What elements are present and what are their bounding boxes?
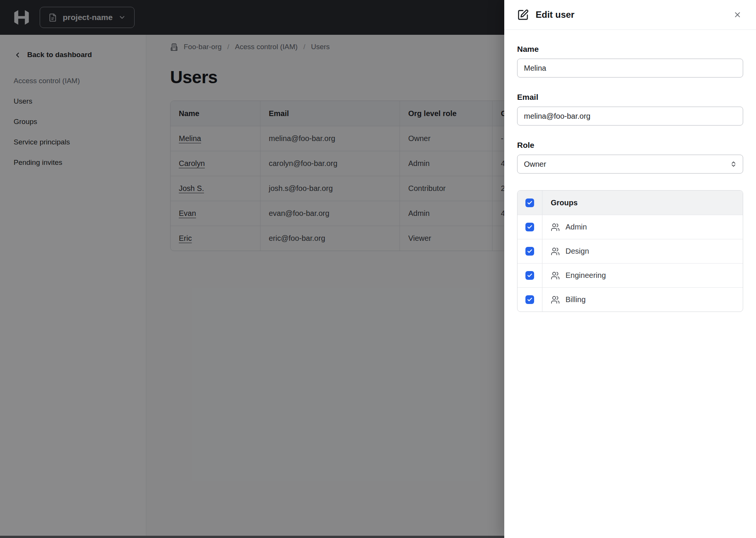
edit-user-drawer: Edit user Name Email Role Owner — [504, 0, 756, 538]
check-icon — [527, 297, 533, 302]
drawer-header: Edit user — [504, 0, 756, 30]
users-group-icon — [551, 223, 560, 232]
group-checkbox-cell — [517, 288, 542, 312]
group-checkbox[interactable] — [525, 295, 534, 304]
close-button[interactable] — [731, 8, 744, 21]
edit-pencil-icon — [517, 9, 529, 21]
groups-header-label: Groups — [551, 198, 578, 207]
users-group-icon — [551, 271, 560, 280]
check-icon — [527, 273, 533, 278]
group-checkbox[interactable] — [525, 271, 534, 280]
group-checkbox[interactable] — [525, 223, 534, 231]
group-row: Billing — [517, 287, 743, 312]
role-select[interactable]: Owner — [517, 155, 743, 174]
check-icon — [527, 248, 533, 254]
group-row: Design — [517, 239, 743, 263]
role-selected-value: Owner — [524, 160, 546, 169]
group-row: Engineering — [517, 263, 743, 287]
app-screen: project-name Back to dashboard Access co… — [0, 0, 756, 538]
group-checkbox[interactable] — [525, 247, 534, 256]
drawer-title: Edit user — [536, 9, 575, 20]
email-field[interactable] — [517, 107, 743, 126]
group-label: Billing — [565, 295, 586, 304]
select-all-checkbox[interactable] — [525, 198, 534, 207]
bottom-edge-bar — [0, 536, 504, 538]
role-field-group: Role Owner — [517, 141, 743, 174]
check-icon — [527, 200, 533, 206]
modal-scrim[interactable] — [0, 0, 504, 538]
name-field-group: Name — [517, 45, 743, 78]
groups-table: Groups Admin — [517, 190, 743, 312]
select-all-cell — [517, 191, 542, 215]
users-group-icon — [551, 247, 560, 256]
group-label: Engineering — [565, 271, 606, 280]
email-field-group: Email — [517, 93, 743, 126]
group-label: Design — [565, 247, 589, 256]
name-field-label: Name — [517, 45, 743, 54]
group-checkbox-cell — [517, 215, 542, 239]
chevrons-up-down-icon — [730, 160, 737, 168]
email-field-label: Email — [517, 93, 743, 102]
group-row: Admin — [517, 215, 743, 239]
role-field-label: Role — [517, 141, 743, 150]
drawer-body: Name Email Role Owner — [504, 30, 756, 312]
group-label: Admin — [565, 223, 587, 231]
close-icon — [733, 11, 742, 19]
users-group-icon — [551, 295, 560, 304]
check-icon — [527, 224, 533, 230]
group-checkbox-cell — [517, 239, 542, 263]
group-checkbox-cell — [517, 264, 542, 287]
name-field[interactable] — [517, 59, 743, 78]
groups-table-header: Groups — [517, 191, 743, 215]
